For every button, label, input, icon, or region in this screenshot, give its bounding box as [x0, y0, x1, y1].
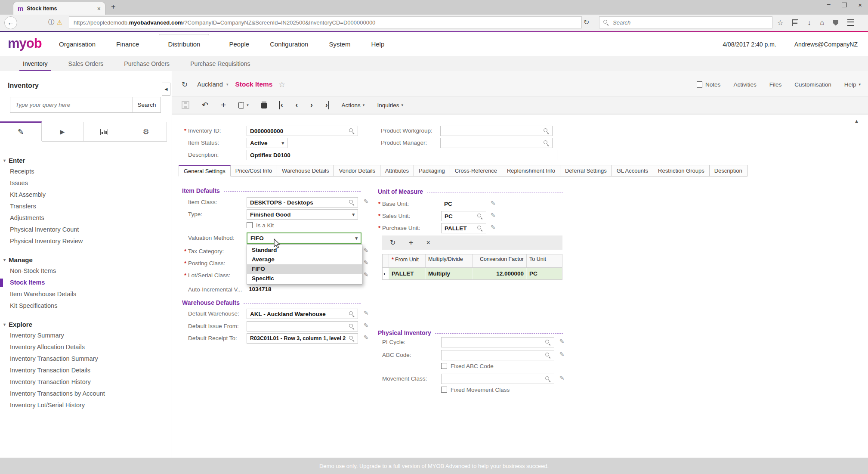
lookup-icon[interactable] — [349, 311, 355, 317]
sidebar-search-button[interactable]: Search — [133, 97, 161, 113]
movement-class-field[interactable] — [441, 374, 554, 384]
sidebar-item-inventory-transaction-details[interactable]: Inventory Transaction Details — [0, 365, 167, 376]
grid-refresh-icon[interactable]: ↻ — [390, 239, 395, 247]
lookup-icon[interactable] — [349, 323, 355, 329]
sidebar-search-box[interactable] — [10, 97, 133, 113]
conversion-factor-header[interactable]: Conversion Factor — [473, 254, 527, 267]
security-warning-icon[interactable]: ⚠ — [57, 19, 62, 26]
is-a-kit-checkbox[interactable] — [247, 222, 253, 228]
edit-pencil-icon[interactable]: ✎ — [559, 375, 565, 381]
edit-pencil-icon[interactable]: ✎ — [491, 212, 496, 219]
tab-gl-accounts[interactable]: GL Accounts — [612, 165, 653, 177]
purchase-unit-field[interactable]: PALLET — [441, 223, 486, 233]
reload-icon[interactable]: ↻ — [584, 18, 589, 26]
browser-search-box[interactable] — [599, 16, 772, 28]
lookup-icon[interactable] — [545, 339, 551, 345]
edit-pencil-icon[interactable]: ✎ — [364, 247, 369, 254]
customisation-link[interactable]: Customisation — [794, 81, 831, 88]
nav-configuration[interactable]: Configuration — [269, 38, 309, 50]
page-info-icon[interactable]: ⓘ — [48, 19, 54, 26]
multiply-divide-header[interactable]: Multiply/Divide — [426, 254, 473, 267]
lookup-icon[interactable] — [349, 199, 355, 205]
from-unit-cell[interactable]: PALLET — [389, 268, 426, 279]
tab-close-icon[interactable]: × — [97, 5, 101, 12]
nav-finance[interactable]: Finance — [115, 38, 140, 50]
sidebar-item-inventory-summary[interactable]: Inventory Summary — [0, 330, 167, 341]
current-user[interactable]: Andrews@CompanyNZ — [794, 41, 858, 48]
conversion-table-row[interactable]: › PALLET Multiply 12.000000 PC — [383, 268, 562, 279]
grid-add-row-icon[interactable]: + — [408, 238, 413, 248]
sidebar-tab-enter[interactable]: ✎ — [0, 121, 42, 141]
edit-pencil-icon[interactable]: ✎ — [364, 271, 369, 278]
valuation-method-select[interactable]: FIFO▾ — [247, 232, 361, 244]
sidebar-section-manage[interactable]: ▾Manage — [0, 254, 167, 265]
nav-organisation[interactable]: Organisation — [58, 38, 96, 50]
from-unit-header[interactable]: *From Unit — [389, 254, 426, 267]
sidebar-item-transfers[interactable]: Transfers — [0, 201, 167, 212]
sidebar-item-stock-items[interactable]: Stock Items — [0, 277, 167, 288]
nav-system[interactable]: System — [328, 38, 351, 50]
default-warehouse-field[interactable]: AKL - Auckland Warehouse — [247, 309, 358, 319]
sidebar-item-issues[interactable]: Issues — [0, 177, 167, 189]
sidebar-section-explore[interactable]: ▾Explore — [0, 319, 167, 330]
tab-deferral-settings[interactable]: Deferral Settings — [560, 165, 612, 177]
sidebar-tab-configuration[interactable]: ⚙ — [125, 122, 167, 142]
window-minimize-icon[interactable]: – — [827, 1, 831, 9]
sidebar-item-item-warehouse-details[interactable]: Item Warehouse Details — [0, 288, 167, 300]
sidebar-item-inventory-transaction-summary[interactable]: Inventory Transaction Summary — [0, 353, 167, 365]
conversion-factor-cell[interactable]: 12.000000 — [473, 268, 527, 279]
valuation-option-fifo[interactable]: FIFO — [247, 264, 362, 274]
lookup-icon[interactable] — [545, 376, 551, 382]
fixed-movement-class-checkbox[interactable] — [441, 387, 447, 393]
sidebar-item-receipts[interactable]: Receipts — [0, 166, 167, 177]
edit-pencil-icon[interactable]: ✎ — [364, 334, 369, 341]
lookup-icon[interactable] — [349, 335, 355, 341]
subnav-sales-orders[interactable]: Sales Orders — [68, 57, 105, 71]
fixed-abc-code-checkbox[interactable] — [441, 363, 447, 369]
nav-distribution[interactable]: Distribution — [159, 34, 209, 55]
edit-pencil-icon[interactable]: ✎ — [364, 322, 369, 329]
subnav-inventory[interactable]: Inventory — [22, 57, 49, 71]
type-select[interactable]: Finished Good▾ — [247, 209, 358, 220]
edit-pencil-icon[interactable]: ✎ — [491, 200, 496, 207]
edit-pencil-icon[interactable]: ✎ — [559, 351, 565, 358]
shield-icon[interactable] — [833, 20, 838, 26]
sidebar-item-inventory-transactions-by-account[interactable]: Inventory Transactions by Account — [0, 388, 167, 400]
window-close-icon[interactable]: × — [858, 1, 862, 9]
sidebar-item-kit-assembly[interactable]: Kit Assembly — [0, 189, 167, 201]
valuation-option-specific[interactable]: Specific — [247, 274, 362, 283]
subnav-purchase-orders[interactable]: Purchase Orders — [123, 57, 170, 71]
files-link[interactable]: Files — [769, 81, 782, 88]
window-maximize-icon[interactable] — [842, 3, 847, 7]
to-unit-cell[interactable]: PC — [527, 268, 562, 279]
valuation-option-average[interactable]: Average — [247, 255, 362, 264]
multiply-divide-cell[interactable]: Multiply — [426, 268, 473, 279]
home-icon[interactable]: ⌂ — [820, 19, 824, 27]
tab-restriction-groups[interactable]: Restriction Groups — [653, 165, 710, 177]
nav-people[interactable]: People — [228, 38, 250, 50]
nav-help[interactable]: Help — [370, 38, 385, 50]
lookup-icon[interactable] — [545, 352, 551, 358]
menu-icon[interactable] — [847, 19, 854, 26]
sidebar-item-non-stock-items[interactable]: Non-Stock Items — [0, 265, 167, 277]
reading-list-icon[interactable] — [792, 19, 798, 26]
to-unit-header[interactable]: To Unit — [527, 254, 562, 267]
notes-link[interactable]: Notes — [697, 81, 720, 88]
sidebar-item-inventory-transaction-history[interactable]: Inventory Transaction History — [0, 376, 167, 388]
valuation-option-standard[interactable]: Standard — [247, 245, 362, 255]
default-issue-from-field[interactable] — [247, 321, 358, 331]
help-menu[interactable]: Help▾ — [844, 81, 861, 88]
default-receipt-to-field[interactable]: R03C01L01 - Row 3, column 1, level 2 — [247, 333, 358, 344]
sidebar-item-physical-inventory-count[interactable]: Physical Inventory Count — [0, 224, 167, 235]
sidebar-item-adjustments[interactable]: Adjustments — [0, 212, 167, 224]
activities-link[interactable]: Activities — [733, 81, 756, 88]
sidebar-item-inventory-allocation-details[interactable]: Inventory Allocation Details — [0, 341, 167, 353]
edit-pencil-icon[interactable]: ✎ — [364, 310, 369, 316]
downloads-icon[interactable]: ↓ — [807, 19, 811, 27]
grid-delete-row-icon[interactable]: × — [426, 239, 430, 247]
edit-pencil-icon[interactable]: ✎ — [559, 338, 565, 345]
lookup-icon[interactable] — [477, 213, 483, 219]
item-class-field[interactable]: DESKTOPS - Desktops — [247, 197, 358, 208]
sidebar-search-input[interactable] — [15, 101, 128, 108]
edit-pencil-icon[interactable]: ✎ — [364, 198, 369, 205]
